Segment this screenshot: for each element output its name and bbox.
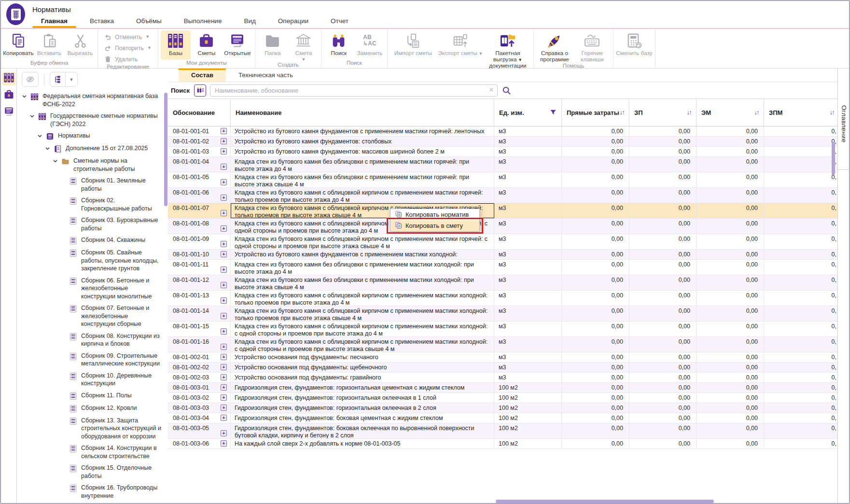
table-vertical-scrollbar[interactable] (832, 142, 835, 175)
tree-item[interactable]: Сборник 09. Строительные металлические к… (18, 352, 164, 368)
expand-plus-icon[interactable]: + (221, 440, 227, 447)
ribbon-button-вырезать[interactable]: Вырезать (65, 30, 95, 60)
ribbon-tab-выполнение[interactable]: Выполнение (173, 14, 233, 28)
expand-plus-icon[interactable]: + (221, 241, 227, 247)
table-row[interactable]: 08-01-001-15+Кладка стен из бутового кам… (168, 322, 839, 337)
ribbon-tab-вставка[interactable]: Вставка (79, 14, 125, 28)
table-row[interactable]: 08-01-001-13+Кладка стен из бутового кам… (168, 291, 839, 306)
column-header-обоснование[interactable]: Обоснование (168, 99, 231, 126)
ribbon-tab-вид[interactable]: Вид (233, 14, 266, 28)
ribbon-tab-операции[interactable]: Операции (267, 14, 320, 28)
column-header-зпм[interactable]: ЗПМ↓↑ (764, 99, 839, 126)
table-row[interactable]: 08-01-001-06+Кладка стен из бутового кам… (168, 188, 839, 203)
expand-plus-icon[interactable]: + (221, 364, 227, 370)
ribbon-button-папка[interactable]: Папка (258, 30, 288, 62)
expand-plus-icon[interactable]: + (221, 225, 227, 232)
expand-plus-icon[interactable]: + (221, 251, 227, 257)
search-options-button[interactable] (194, 84, 206, 97)
table-row[interactable]: 08-01-003-01+Гидроизоляция стен, фундаме… (168, 383, 839, 393)
table-row[interactable]: 08-01-001-02+Устройство из бутового камн… (168, 137, 839, 147)
ribbon-button-импорт-сметы[interactable]: Импорт сметы (390, 30, 436, 70)
filter-funnel-icon[interactable] (550, 109, 557, 116)
ribbon-button-копировать[interactable]: Копировать (3, 30, 33, 60)
left-strip-bases-button[interactable] (2, 72, 16, 85)
sort-icon[interactable]: ↓↑ (754, 109, 759, 116)
sort-icon[interactable]: ↓↑ (830, 109, 835, 116)
tab-sostav[interactable]: Состав (179, 69, 226, 82)
tree-item[interactable]: Сборник 02. Горновскрышные работы (18, 196, 164, 212)
ribbon-button-удалить[interactable]: Удалить (104, 55, 152, 64)
ribbon-button-открытые[interactable]: Открытые (223, 30, 252, 60)
ribbon-button-горячие-клавиши[interactable]: Горячие клавиши (574, 30, 611, 63)
table-row[interactable]: 08-01-001-08+Кладка стен из бутового кам… (168, 219, 839, 234)
hide-tree-button[interactable] (22, 72, 39, 87)
tree-item[interactable]: Сборник 11. Полы (18, 392, 164, 400)
ribbon-button-сметы[interactable]: Сметы (192, 30, 222, 60)
tree-expand-chevron-icon[interactable] (26, 112, 38, 128)
ribbon-button-экспорт-сметы[interactable]: Экспорт сметы ▼ (437, 30, 484, 70)
tree-item[interactable]: Государственные сметные нормативы (ГЭСН)… (18, 112, 164, 128)
ribbon-button-повторить[interactable]: Повторить▼ (104, 43, 152, 53)
expand-plus-icon[interactable]: + (221, 282, 227, 288)
table-row[interactable]: 08-01-003-03+Гидроизоляция стен, фундаме… (168, 403, 839, 413)
sort-icon[interactable]: ↓↑ (687, 109, 692, 116)
run-search-button[interactable] (502, 86, 511, 95)
expand-plus-icon[interactable]: + (221, 354, 227, 360)
table-row[interactable]: 08-01-001-12+Кладка стен из бутового кам… (168, 275, 839, 291)
tree-item[interactable]: Нормативы (18, 132, 164, 140)
table-row[interactable]: 08-01-001-09+Кладка стен из бутового кам… (168, 234, 839, 250)
expand-plus-icon[interactable]: + (221, 297, 227, 304)
ribbon-button-сменить-базу[interactable]: Сменить базу (616, 30, 653, 60)
table-row[interactable]: 08-01-001-05+Кладка стен из бутового кам… (168, 172, 839, 188)
tree-item[interactable]: Сборник 13. Защита строительных конструк… (18, 417, 164, 441)
table-row[interactable]: 08-01-002-02+Устройство основания под фу… (168, 363, 839, 373)
tree-item[interactable]: Сборник 16. Трубопроводы внутренние (18, 484, 164, 500)
table-row[interactable]: 08-01-001-16+Кладка стен из бутового кам… (168, 337, 839, 352)
ribbon-button-пакетная-выгрузка[interactable]: Пакетная выгрузка ▼документации (485, 30, 531, 70)
ribbon-button-отменить[interactable]: Отменить▼ (104, 32, 152, 42)
clear-search-icon[interactable]: ✕ (489, 86, 494, 93)
table-row[interactable]: 08-01-001-03+Устройство из бутового камн… (168, 147, 839, 157)
context-menu-item-copy-to-estimate[interactable]: Копировать в смету (390, 220, 479, 231)
tree-expand-chevron-icon[interactable] (41, 144, 54, 153)
tree-item[interactable]: Сборник 06. Бетонные и железобетонные ко… (18, 277, 164, 301)
search-input[interactable] (210, 84, 498, 97)
expand-plus-icon[interactable]: + (221, 195, 227, 201)
expand-plus-icon[interactable]: + (221, 344, 227, 350)
column-header-эм[interactable]: ЭМ↓↑ (697, 99, 764, 126)
table-row[interactable]: 08-01-001-01+Устройство из бутового камн… (168, 126, 839, 137)
column-header-ед-изм-[interactable]: Ед. изм. (494, 99, 562, 126)
expand-plus-icon[interactable]: + (221, 210, 227, 216)
tree-item[interactable]: Сборник 01. Земляные работы (18, 177, 164, 193)
expand-plus-icon[interactable]: + (221, 405, 227, 411)
tree-item[interactable]: Сборник 15. Отделочные работы (18, 464, 164, 480)
ribbon-button-базы[interactable]: Базы (161, 30, 191, 60)
tree-view-combo-button[interactable]: ▼ (50, 72, 78, 87)
table-row[interactable]: 08-01-002-03+Устройство основания под фу… (168, 373, 839, 383)
tree-item[interactable]: Сборник 12. Кровли (18, 404, 164, 413)
table-row[interactable]: 08-01-001-11+Кладка стен из бутового кам… (168, 260, 839, 275)
expand-plus-icon[interactable]: + (221, 384, 227, 391)
expand-plus-icon[interactable]: + (221, 374, 227, 380)
expand-plus-icon[interactable]: + (221, 430, 227, 436)
expand-plus-icon[interactable]: + (221, 179, 227, 185)
column-header-зп[interactable]: ЗП↓↑ (629, 99, 697, 126)
expand-plus-icon[interactable]: + (221, 394, 227, 401)
tree-item[interactable]: Сборник 08. Конструкции из кирпича и бло… (18, 332, 164, 348)
left-strip-open-documents-button[interactable] (2, 106, 16, 119)
expand-plus-icon[interactable]: + (221, 266, 227, 273)
table-row[interactable]: 08-01-003-05+Гидроизоляция стен, фундаме… (168, 423, 839, 439)
expand-plus-icon[interactable]: + (221, 415, 227, 421)
table-row[interactable]: 08-01-003-06+На каждый слой сверх 2-х до… (168, 439, 839, 449)
tree-item[interactable]: Федеральная сметная нормативная база ФСН… (18, 92, 164, 108)
table-row[interactable]: 08-01-003-04+Гидроизоляция стен, фундаме… (168, 413, 839, 423)
tree-item[interactable]: Сборник 07. Бетонные и железобетонные ко… (18, 304, 164, 328)
tab-toc[interactable]: Оглавление (838, 78, 850, 170)
expand-plus-icon[interactable]: + (221, 313, 227, 319)
tree-item[interactable]: Сборник 10. Деревянные конструкции (18, 372, 164, 388)
ribbon-button-поиск[interactable]: Поиск (324, 30, 354, 60)
table-row[interactable]: 08-01-002-01+Устройство основания под фу… (168, 352, 839, 363)
ribbon-button-вставить[interactable]: Вставить (34, 30, 64, 60)
table-row[interactable]: 08-01-001-10+Устройство из бутового камн… (168, 250, 839, 260)
table-row[interactable]: 08-01-001-04+Кладка стен из бутового кам… (168, 157, 839, 172)
